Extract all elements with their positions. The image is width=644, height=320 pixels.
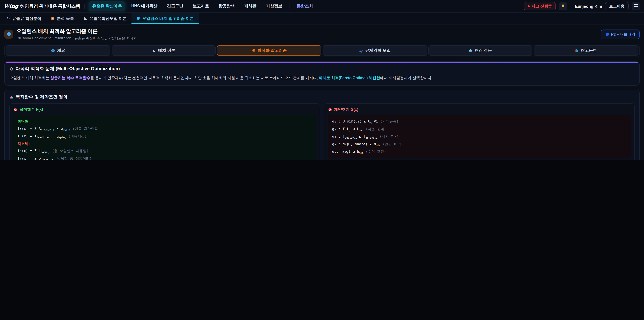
logout-button[interactable]: 로그아웃 [605,2,628,11]
objective-code-block: 최대화: f₁(x) = Σ Ablocked,i · wESI,i (가중 차… [14,115,316,160]
bell-icon [561,4,565,9]
wave-icon [359,49,363,53]
page-title-block: 오일펜스 배치 최적화 알고리즘 이론 Oil Boom Deployment … [16,28,137,41]
objective-f1: f₁(x) = Σ Ablocked,i · wESI,i (가중 차단면적) [18,125,312,133]
nav-reports[interactable]: 보고자료 [189,1,213,11]
status-dot-icon [528,5,530,7]
notifications-button[interactable] [559,2,567,11]
books-icon [575,49,579,53]
nav-emergency-rescue[interactable]: 긴급구난 [163,1,187,11]
constraint-g1: g₁ : U·sin(θᵢ) ≤ Uc ∀i (임계유속) [332,118,626,125]
globe-icon [51,49,55,53]
subtab-diffusion-model-theory[interactable]: 유출유확산모델 이론 [79,13,132,24]
multi-objective-title: ⚙ 다목적 최적화 문제 (Multi-Objective Optimizati… [10,66,634,72]
objective-panel: 목적함수 F(x) 최대화: f₁(x) = Σ Ablocked,i · wE… [10,103,320,160]
building-icon [469,49,473,53]
divider [571,4,572,9]
page-subtitle: Oil Boom Deployment Optimization · 유출유 확… [16,36,137,41]
subtab-analysis-list[interactable]: 분석 목록 [46,13,79,24]
constraints-code-block: g₁ : U·sin(θᵢ) ≤ Uc ∀i (임계유속) g₂ : Σ Lj … [328,115,630,159]
top-right-controls: 사고 진행중 Eunjeong Kim 로그아웃 [524,2,640,11]
gear-icon: ⚙ [252,48,256,53]
target-icon [14,108,18,112]
objective-f2: f₂(x) = Tdeadline - Tdeploy (여유시간) [18,133,312,140]
multi-objective-paragraph: 오일펜스 배치 최적화는 상충하는 복수 목적함수를 동시에 만족해야 하는 전… [10,75,634,81]
incident-badge-label: 사고 진행중 [532,4,552,9]
clipboard-icon [51,17,55,21]
shield-icon [136,17,140,21]
user-name: Eunjeong Kim [575,4,602,9]
constraint-g3: g₃ : Tdeploy,i ≤ Tarrive,i (시간 제약) [332,133,626,140]
set-square-icon [83,17,88,21]
multi-objective-card: ⚙ 다목적 최적화 문제 (Multi-Objective Optimizati… [4,61,640,86]
tab-deployment-theory[interactable]: 배치 이론 [112,45,216,56]
page-content: 오일펜스 배치 최적화 알고리즘 이론 Oil Boom Deployment … [0,28,644,160]
book-icon [605,32,609,36]
nav-oil-spill-prediction[interactable]: 유출유 확산예측 [88,1,126,11]
tab-field-application[interactable]: 현장 적용 [428,45,532,56]
microscope-icon [6,17,10,21]
subtab-boom-algorithm-theory[interactable]: 오일펜스 배치 알고리즘 이론 [132,13,198,24]
tab-references[interactable]: 참고문헌 [534,45,638,56]
menu-icon [634,4,638,5]
section-tab-bar: 개요 배치 이론 ⚙ 최적화 알고리즘 유체역학 모델 현장 적용 참고문헌 [4,44,640,57]
nav-aerial-search[interactable]: 항공탐색 [215,1,238,11]
logo-wing-mark: Wing [4,3,18,9]
page-title: 오일펜스 배치 최적화 알고리즘 이론 [16,28,137,35]
highlight-pareto-optimal: 파레토 최적(Pareto Optimal) 해집합 [319,76,380,80]
definitions-title: 목적함수 및 제약조건 정의 [10,94,634,100]
nav-hns-diffusion[interactable]: HNS·대기확산 [128,1,161,11]
objective-f4: f₄(x) = Σ Dvessel,k (방제정 총 이동거리) [18,155,312,160]
tab-hydrodynamics-model[interactable]: 유체역학 모델 [323,45,427,56]
app-root: Wing 해양환경 위기대응 통합시스템 유출유 확산예측 HNS·대기확산 긴… [0,0,644,160]
main-nav: 유출유 확산예측 HNS·대기확산 긴급구난 보고자료 항공탐색 게시판 기상정… [88,1,317,11]
definitions-card: 목적함수 및 제약조건 정의 목적함수 F(x) 최대화: f₁(x) = Σ … [4,90,640,160]
divider [289,4,290,9]
set-square-icon [152,49,156,53]
constraint-g5: g₅: h(pi) ≥ hmin (수심 조건) [332,148,626,156]
no-entry-icon [328,108,332,112]
subtab-spill-analysis[interactable]: 유출유 확산분석 [1,13,46,24]
incident-status-badge[interactable]: 사고 진행중 [524,2,556,11]
tab-overview[interactable]: 개요 [6,45,110,56]
definition-panels: 목적함수 F(x) 최대화: f₁(x) = Σ Ablocked,i · wE… [10,103,634,160]
minimize-label: 최소화: [18,140,312,147]
highlight-conflicting-objectives: 상충하는 복수 목적함수 [50,76,90,80]
logo-text: 해양환경 위기대응 통합시스템 [20,3,80,10]
constraints-panel: 제약조건 G(x) g₁ : U·sin(θᵢ) ≤ Uc ∀i (임계유속) … [324,103,634,160]
divider [84,4,84,9]
gear-icon: ⚙ [10,66,13,71]
page-header: 오일펜스 배치 최적화 알고리즘 이론 Oil Boom Deployment … [4,28,640,41]
sub-tab-bar: 유출유 확산분석 분석 목록 유출유확산모델 이론 오일펜스 배치 알고리즘 이… [0,13,644,25]
nav-weather-info[interactable]: 기상정보 [262,1,286,11]
tab-optimization-algorithm[interactable]: ⚙ 최적화 알고리즘 [217,45,321,56]
pdf-export-button[interactable]: PDF 내보내기 [601,29,640,39]
menu-button[interactable] [632,2,640,11]
page-shield-icon [4,30,13,39]
constraint-g2: g₂ : Σ Lj ≤ Lmax (자원 한계) [332,125,626,133]
app-logo[interactable]: Wing 해양환경 위기대응 통합시스템 [4,3,80,10]
objective-panel-title: 목적함수 F(x) [14,107,316,112]
nav-integrated-search[interactable]: 통합조회 [293,1,317,11]
bar-chart-icon [10,95,14,99]
constraint-g4: g₄ : d(pi, shore) ≥ dmin (연안 이격) [332,140,626,148]
maximize-label: 최대화: [18,118,312,125]
objective-f3: f₃(x) = Σ Lboom,j (총 오일펜스 사용량) [18,147,312,155]
constraints-panel-title: 제약조건 G(x) [328,107,630,112]
top-navbar: Wing 해양환경 위기대응 통합시스템 유출유 확산예측 HNS·대기확산 긴… [0,0,644,13]
nav-board[interactable]: 게시판 [240,1,260,11]
